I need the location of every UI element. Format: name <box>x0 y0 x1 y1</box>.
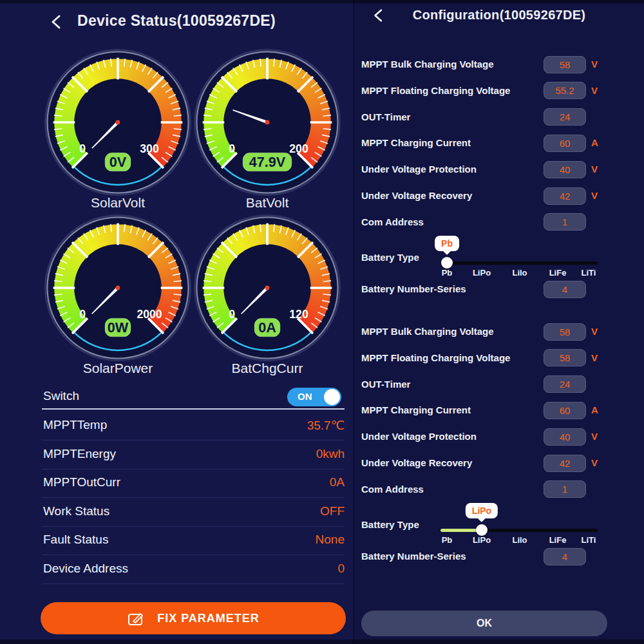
gauge-dial: 020000W <box>44 214 191 361</box>
config-field-unit: V <box>591 59 598 70</box>
battery-series-input[interactable]: 4 <box>544 548 586 565</box>
config-field-label: MPPT Charging Current <box>361 404 471 415</box>
row-divider <box>42 583 345 584</box>
status-row-label: Device Address <box>43 562 128 576</box>
battery-option-LiTi: LiTi <box>582 268 596 278</box>
toggle-knob <box>324 389 340 405</box>
fix-parameter-button[interactable]: FIX PARAMETER <box>41 602 346 634</box>
tooltip-tail <box>443 247 451 255</box>
status-row: Fault StatusNone <box>43 526 345 554</box>
config-field-input[interactable]: 42 <box>544 455 586 472</box>
gauge-min-label: 0 <box>229 308 235 321</box>
status-row-value: 0kwh <box>316 447 345 461</box>
config-field-input[interactable]: 60 <box>544 402 586 419</box>
gauge-BatChgCurr: 01200A <box>194 214 341 361</box>
config-field-label: Under Voltage Recovery <box>361 190 472 201</box>
status-row-label: MPPTTemp <box>43 418 107 432</box>
device-status-panel: Device Status(10059267DE) 03000VSolarVol… <box>0 0 353 644</box>
gauge-BatVolt: 020047.9V <box>194 49 341 196</box>
gauge-max-label: 2000 <box>137 308 162 321</box>
config-field-input[interactable]: 55.2 <box>544 82 586 99</box>
gauge-SolarVolt: 03000V <box>44 49 191 196</box>
switch-label: Switch <box>43 389 79 403</box>
gauge-name-label: BatChgCurr <box>194 361 341 376</box>
status-row-value: None <box>316 533 345 547</box>
config-field-input[interactable]: 58 <box>544 56 586 73</box>
page-title: Configuration(10059267DE) <box>354 8 644 23</box>
config-field-label: MPPT Bulk Charging Voltage <box>361 59 494 70</box>
battery-option-LiPo: LiPo <box>473 535 491 545</box>
status-row: Work StatusOFF <box>43 498 345 526</box>
config-field-input[interactable]: 40 <box>544 161 586 178</box>
fix-parameter-label: FIX PARAMETER <box>157 612 260 625</box>
config-field-unit: V <box>591 85 598 96</box>
status-row: MPPTEnergy0kwh <box>43 440 345 469</box>
config-field-input[interactable]: 42 <box>544 187 586 205</box>
config-field-label: Under Voltage Recovery <box>361 457 472 468</box>
battery-type-slider-thumb[interactable] <box>441 257 453 269</box>
config-field-label: Under Voltage Protection <box>361 431 477 442</box>
battery-option-Lilo: Lilo <box>512 535 527 545</box>
gauge-max-label: 120 <box>289 308 308 321</box>
battery-type-label: Battery Type <box>361 519 419 530</box>
tooltip-tail <box>478 514 486 522</box>
gauge-dial: 020047.9V <box>194 49 341 196</box>
gauge-min-label: 0 <box>79 142 86 155</box>
battery-series-input[interactable]: 4 <box>544 281 586 298</box>
battery-type-tooltip: Pb <box>435 236 459 251</box>
config-field-unit: V <box>591 190 598 201</box>
config-field-unit: V <box>591 352 598 363</box>
battery-option-Lilo: Lilo <box>512 268 527 278</box>
config-field-label: Under Voltage Protection <box>361 164 477 175</box>
status-row: MPPTOutCurr0A <box>43 469 345 497</box>
config-field-input[interactable]: 60 <box>544 135 586 152</box>
status-row-label: Work Status <box>43 504 109 518</box>
config-field-input[interactable]: 58 <box>544 323 586 341</box>
battery-type-label: Battery Type <box>361 252 419 263</box>
config-field-input[interactable]: 1 <box>544 480 586 498</box>
config-field-label: MPPT Floating Charging Voltage <box>361 352 510 363</box>
gauge-min-label: 0 <box>79 308 86 321</box>
battery-option-LiTi: LiTi <box>582 535 596 545</box>
gauge-max-label: 200 <box>289 142 308 155</box>
config-field-unit: V <box>591 164 598 175</box>
status-row-value: 0A <box>330 475 345 489</box>
gauge-name-label: BatVolt <box>194 195 341 211</box>
gauge-SolarPower: 020000W <box>44 214 191 361</box>
gauge-name-label: SolarPower <box>44 361 191 376</box>
config-field-input[interactable]: 58 <box>544 349 586 366</box>
section-divider <box>42 408 345 410</box>
config-field-input[interactable]: 1 <box>544 213 586 231</box>
battery-option-Pb: Pb <box>442 535 453 545</box>
status-row-label: Fault Status <box>43 533 108 547</box>
status-row-label: MPPTOutCurr <box>43 475 120 489</box>
switch-toggle[interactable]: ON <box>287 388 341 406</box>
battery-series-label: Battery Number-Series <box>361 283 466 294</box>
edit-icon <box>127 610 144 627</box>
config-field-input[interactable]: 24 <box>544 108 586 126</box>
status-row-label: MPPTEnergy <box>43 447 116 461</box>
gauge-min-label: 0 <box>229 142 235 155</box>
battery-type-slider-thumb[interactable] <box>476 524 488 536</box>
config-field-label: Com Address <box>361 216 424 227</box>
battery-type-slider-track[interactable] <box>440 261 598 265</box>
config-field-label: Com Address <box>361 484 424 495</box>
config-field-input[interactable]: 40 <box>544 428 586 446</box>
battery-option-LiFe: LiFe <box>549 535 567 545</box>
config-field-input[interactable]: 24 <box>544 375 586 393</box>
battery-option-Pb: Pb <box>442 268 453 278</box>
battery-series-label: Battery Number-Series <box>361 551 466 562</box>
status-row: MPPTTemp35.7℃ <box>43 412 345 440</box>
gauge-value: 47.9V <box>249 154 286 170</box>
status-row-value: 35.7℃ <box>307 418 345 433</box>
ok-button[interactable]: OK <box>361 611 607 636</box>
config-field-unit: V <box>591 457 598 468</box>
config-field-unit: A <box>591 404 598 415</box>
gauge-value: 0V <box>109 154 127 170</box>
config-field-label: MPPT Floating Charging Voltage <box>361 85 510 96</box>
gauge-value: 0A <box>258 319 276 336</box>
configuration-panel: Configuration(10059267DE) MPPT Bulk Char… <box>353 0 644 644</box>
battery-option-LiFe: LiFe <box>549 268 567 278</box>
gauge-name-label: SolarVolt <box>44 195 191 211</box>
status-row: Device Address0 <box>43 555 345 583</box>
